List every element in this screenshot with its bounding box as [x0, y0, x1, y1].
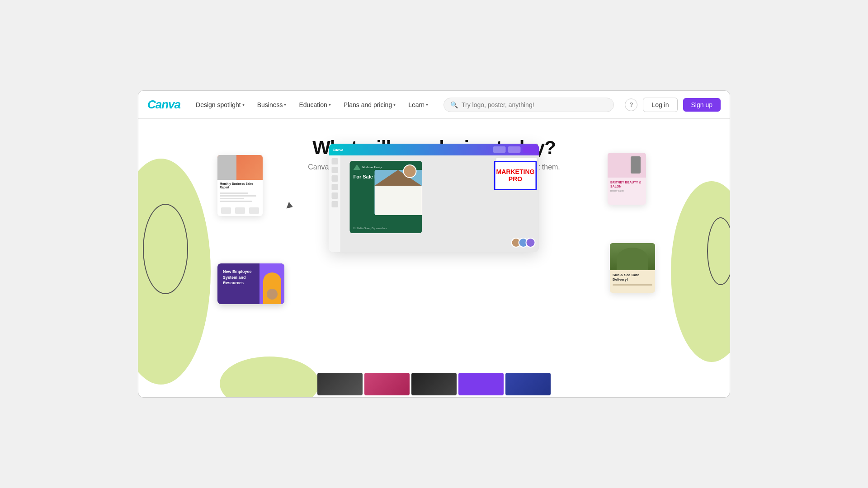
nav-design-spotlight[interactable]: Design spotlight ▾: [191, 99, 249, 111]
marketing-text: MARKETINGPRO: [496, 169, 535, 183]
card-cafe-body: Sun & Sea Cafe Delivery!: [610, 270, 655, 288]
chevron-down-icon: ▾: [393, 102, 396, 107]
nav-plans-pricing[interactable]: Plans and pricing ▾: [339, 99, 400, 111]
re-logo-text: Modular Realty.: [363, 166, 382, 169]
strip-thumb-3[interactable]: [411, 373, 457, 395]
collab-avatars: [511, 238, 536, 248]
card-monthly-lines: [220, 192, 260, 202]
nav-business[interactable]: Business ▾: [253, 99, 291, 111]
sidebar-tool-3[interactable]: [331, 175, 338, 182]
toolbar-btn-2: [508, 146, 521, 153]
card-employee-person: [267, 289, 278, 300]
toolbar-btn-1: [493, 146, 506, 153]
chevron-down-icon: ▾: [426, 102, 428, 107]
search-bar[interactable]: 🔍: [443, 98, 614, 112]
re-address: 81 Shelter Street, City name here: [354, 227, 387, 230]
cursor-icon: [287, 202, 294, 210]
search-icon: 🔍: [450, 101, 458, 108]
content-area: What will you design today? Canva makes …: [138, 119, 730, 397]
card-cafe-food: [617, 248, 648, 270]
signup-button[interactable]: Sign up: [683, 98, 721, 112]
card-beauty-top: [608, 153, 646, 178]
logo[interactable]: Canva: [147, 98, 180, 112]
navbar: Canva Design spotlight ▾ Business ▾ Educ…: [138, 91, 730, 119]
card-monthly-header: [217, 155, 263, 180]
canvas-main: Modular Realty. For Sale Newly Listed 81…: [341, 155, 539, 252]
card-beauty[interactable]: BRITNEY BEAUTY & SALON Beauty Salon: [608, 153, 646, 205]
strip-thumb-5[interactable]: [505, 373, 551, 395]
card-beauty-sub: Beauty Salon: [610, 189, 643, 192]
card-cafe-title: Sun & Sea Cafe Delivery!: [613, 273, 652, 282]
chevron-down-icon: ▾: [284, 102, 286, 107]
strip-thumb-4[interactable]: [458, 373, 504, 395]
card-monthly-report[interactable]: Monthly Business Sales Report: [217, 155, 263, 216]
canvas-sidebar: [329, 155, 341, 252]
canvas-logo: Canva: [333, 148, 344, 152]
re-house-body: [375, 186, 422, 215]
sidebar-tool-6[interactable]: [331, 201, 338, 207]
sidebar-tool-5[interactable]: [331, 192, 338, 199]
re-house-image: [375, 170, 422, 215]
help-icon[interactable]: ?: [625, 99, 637, 111]
card-monthly-body: Monthly Business Sales Report: [217, 180, 263, 206]
collab-avatar-3: [526, 238, 536, 248]
strip-thumb-2[interactable]: [364, 373, 410, 395]
canvas-body: Modular Realty. For Sale Newly Listed 81…: [329, 155, 539, 252]
card-beauty-title: BRITNEY BEAUTY & SALON: [610, 180, 643, 188]
canvas-marketing-card: MARKETINGPRO: [494, 161, 537, 190]
canvas-realestate-card: Modular Realty. For Sale Newly Listed 81…: [350, 161, 422, 233]
re-avatar: [403, 164, 417, 178]
sidebar-tool-2[interactable]: [331, 167, 338, 173]
toolbar-btn-accent: [523, 146, 536, 153]
strip-thumb-1[interactable]: [317, 373, 363, 395]
card-beauty-body: BRITNEY BEAUTY & SALON Beauty Salon: [608, 178, 646, 195]
re-logo-icon: [354, 164, 361, 170]
card-employee-image: [259, 263, 284, 304]
bottom-strip: [138, 371, 730, 397]
nav-education[interactable]: Education ▾: [294, 99, 335, 111]
chevron-down-icon: ▾: [329, 102, 331, 107]
canvas-toolbar: Canva: [329, 144, 539, 155]
logo-text: Canva: [147, 98, 180, 111]
sidebar-tool-1[interactable]: [331, 158, 338, 164]
login-button[interactable]: Log in: [643, 98, 677, 112]
card-employee-content: New Employee System and Resources: [217, 263, 259, 304]
nav-right: ? Log in Sign up: [625, 98, 721, 112]
card-cafe-image: [610, 243, 655, 270]
card-cafe[interactable]: Sun & Sea Cafe Delivery!: [610, 243, 655, 293]
card-monthly-title: Monthly Business Sales Report: [220, 182, 260, 190]
nav-learn[interactable]: Learn ▾: [404, 99, 433, 111]
canvas-preview: Canva: [329, 144, 539, 252]
card-employee-title: New Employee System and Resources: [223, 269, 254, 286]
card-employee[interactable]: New Employee System and Resources: [217, 263, 284, 304]
card-monthly-footer: [217, 206, 263, 216]
chevron-down-icon: ▾: [242, 102, 245, 107]
card-cafe-line: [613, 284, 652, 286]
search-input[interactable]: [462, 101, 607, 108]
card-beauty-phone: [631, 156, 641, 174]
sidebar-tool-4[interactable]: [331, 184, 338, 190]
